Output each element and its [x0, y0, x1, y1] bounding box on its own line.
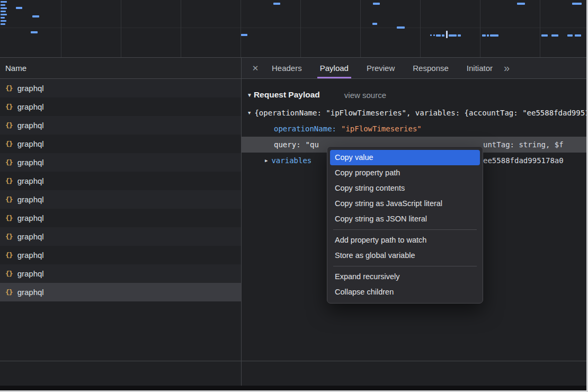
waterfall-bar: [1, 20, 6, 22]
overview-gridline: [540, 0, 540, 57]
overview-gridline: [360, 0, 361, 57]
network-request-row[interactable]: {} graphql: [0, 227, 241, 246]
waterfall-bar: [1, 14, 7, 15]
request-name: graphql: [17, 251, 44, 260]
menu-item[interactable]: Collapse children: [330, 284, 480, 300]
json-braces-icon: {}: [5, 288, 13, 296]
json-braces-icon: {}: [5, 195, 13, 203]
json-braces-icon: {}: [5, 270, 13, 278]
json-braces-icon: {}: [5, 233, 13, 240]
json-braces-icon: {}: [5, 140, 13, 148]
payload-section-title: Request Payload: [254, 90, 320, 100]
waterfall-bar: [430, 34, 432, 36]
tree-row-operationname[interactable]: operationName:"ipFlowTimeseries": [242, 121, 586, 137]
json-string-value-left: "qu: [306, 140, 319, 149]
tab-headers[interactable]: Headers: [263, 58, 311, 78]
name-column-label: Name: [5, 64, 26, 73]
overview-gridline: [240, 0, 241, 57]
json-braces-icon: {}: [5, 84, 13, 92]
waterfall-bar: [241, 34, 247, 36]
json-string-value: "ipFlowTimeseries": [341, 124, 422, 133]
network-request-row[interactable]: {} graphql: [0, 283, 241, 301]
close-icon: ✕: [252, 64, 259, 73]
request-list-header[interactable]: Name: [0, 58, 241, 79]
network-request-row[interactable]: {} graphql: [0, 153, 241, 172]
json-braces-icon: {}: [5, 251, 13, 259]
close-panel-button[interactable]: ✕: [248, 58, 263, 78]
json-key: variables: [271, 156, 311, 165]
menu-item[interactable]: Copy value: [330, 150, 480, 165]
waterfall-bar: [551, 34, 558, 37]
menu-item[interactable]: Expand recursively: [330, 269, 480, 284]
request-name: graphql: [17, 176, 44, 185]
tab-payload[interactable]: Payload: [311, 58, 358, 78]
json-braces-icon: {}: [5, 158, 13, 166]
menu-item[interactable]: Store as global variable: [330, 248, 480, 263]
waterfall-bar: [1, 4, 5, 6]
network-request-row[interactable]: {} graphql: [0, 264, 241, 283]
overview-gridline: [300, 0, 301, 57]
tab-response[interactable]: Response: [404, 58, 458, 78]
network-request-row[interactable]: {} graphql: [0, 79, 241, 97]
overview-gridline: [480, 0, 480, 57]
tabs-bar: ✕ HeadersPayloadPreviewResponseInitiator…: [242, 58, 586, 79]
menu-item[interactable]: Copy string as JSON literal: [330, 211, 480, 227]
waterfall-bar: [436, 34, 441, 37]
waterfall-bar: [433, 34, 435, 36]
tab-initiator[interactable]: Initiator: [458, 58, 502, 78]
waterfall-bar: [482, 34, 486, 37]
network-request-row[interactable]: {} graphql: [0, 246, 241, 264]
network-overview[interactable]: [0, 0, 586, 58]
network-request-row[interactable]: {} graphql: [0, 116, 241, 135]
network-request-row[interactable]: {} graphql: [0, 209, 241, 227]
json-braces-icon: {}: [5, 121, 13, 129]
tab-preview[interactable]: Preview: [358, 58, 404, 78]
disclosure-triangle-icon[interactable]: ▶: [265, 153, 268, 168]
request-name: graphql: [17, 158, 44, 167]
tab-strip: HeadersPayloadPreviewResponseInitiator: [263, 58, 502, 78]
request-name: graphql: [17, 121, 44, 130]
waterfall-bar: [575, 34, 581, 37]
request-name: graphql: [17, 84, 44, 93]
devtools-network-window: Name {} graphql {} graphql {} graphql {}…: [0, 0, 586, 390]
network-request-row[interactable]: {} graphql: [0, 190, 241, 209]
waterfall-bar: [572, 3, 582, 5]
json-braces-icon: {}: [5, 177, 13, 185]
waterfall-bar: [490, 34, 498, 37]
json-key: operationName:: [274, 124, 336, 133]
request-name: graphql: [17, 139, 44, 148]
requests-panel: Name {} graphql {} graphql {} graphql {}…: [0, 58, 242, 390]
network-main-area: Name {} graphql {} graphql {} graphql {}…: [0, 58, 586, 390]
menu-item[interactable]: Copy string contents: [330, 181, 480, 196]
overview-gridline: [121, 0, 121, 57]
waterfall-bar: [446, 31, 448, 38]
network-request-row[interactable]: {} graphql: [0, 97, 241, 116]
menu-item[interactable]: Copy property path: [330, 165, 480, 181]
waterfall-bar: [1, 11, 6, 12]
overflow-tabs-button[interactable]: »: [504, 58, 510, 78]
chevron-double-right-icon: »: [504, 62, 510, 74]
waterfall-bar: [442, 34, 444, 37]
menu-item[interactable]: Copy string as JavaScript literal: [330, 196, 480, 211]
menu-item[interactable]: Add property path to watch: [330, 233, 480, 248]
overview-gridline: [420, 0, 421, 57]
waterfall-bar: [373, 3, 380, 5]
waterfall-bar: [541, 34, 548, 37]
root-object-preview: {operationName: "ipFlowTimeseries", vari…: [254, 109, 586, 117]
menu-separator: [333, 229, 477, 230]
waterfall-bar: [397, 26, 405, 29]
waterfall-bar: [16, 7, 22, 9]
network-request-row[interactable]: {} graphql: [0, 135, 241, 153]
request-name: graphql: [17, 102, 44, 111]
section-disclosure-triangle-icon: ▼: [247, 92, 252, 98]
network-request-row[interactable]: {} graphql: [0, 172, 241, 190]
request-name: graphql: [17, 269, 44, 278]
payload-section-header[interactable]: ▼ Request Payload view source: [247, 90, 586, 100]
tree-root-row[interactable]: ▼{operationName: "ipFlowTimeseries", var…: [242, 105, 586, 121]
context-menu: Copy valueCopy property pathCopy string …: [327, 146, 483, 304]
view-source-link[interactable]: view source: [344, 91, 386, 100]
disclosure-triangle-icon[interactable]: ▼: [248, 105, 251, 121]
waterfall-bar: [517, 3, 525, 5]
overview-lane-divider: [0, 28, 586, 28]
waterfall-bar: [567, 34, 573, 37]
